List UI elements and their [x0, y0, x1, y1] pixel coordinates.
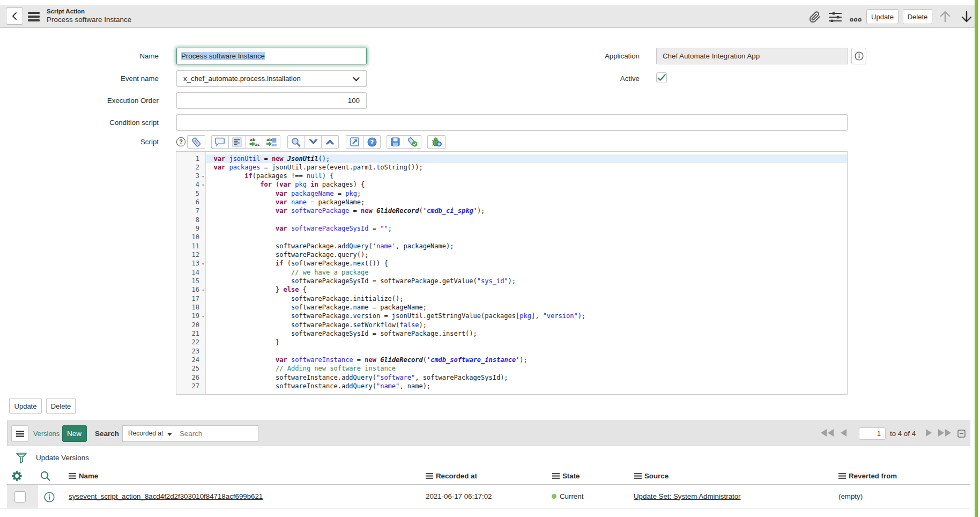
syntax-editor-toggle-button[interactable]	[187, 135, 205, 149]
row-cell-name: sysevent_script_action_8acd4f2d2f303010f…	[69, 485, 263, 508]
source-update-set-link[interactable]: Update Set: System Administrator	[634, 492, 741, 500]
column-header-source[interactable]: Source	[634, 471, 669, 481]
column-header-state[interactable]: State	[552, 471, 580, 481]
list-context-menu-button[interactable]	[11, 425, 28, 442]
help-circle-icon: ?	[367, 137, 377, 147]
row-checkbox[interactable]	[14, 491, 26, 503]
column-menu-icon	[634, 473, 642, 479]
code-line: // we have a package	[206, 268, 847, 277]
first-page-button[interactable]	[821, 429, 834, 439]
code-line: } else {	[206, 285, 847, 294]
code-line: var packageName = pkg;	[206, 189, 847, 198]
code-fold-arrow-icon[interactable]: ▾	[202, 312, 204, 321]
list-search-input[interactable]: Search	[174, 425, 258, 442]
search-field-select[interactable]: Recorded at	[122, 425, 174, 442]
application-input: Chef Automate Integration App	[656, 48, 848, 64]
column-header-recorded-at[interactable]: Recorded at	[426, 471, 477, 481]
code-line: if (softwarePackage.next()) {	[206, 259, 847, 268]
syntax-check-button[interactable]	[404, 135, 421, 149]
replace-icon: ab ac	[249, 137, 259, 147]
active-checkbox[interactable]	[656, 72, 667, 83]
form-context-menu-button[interactable]	[28, 11, 40, 24]
code-fold-arrow-icon[interactable]: ▾	[202, 172, 204, 181]
editor-code-area[interactable]: var jsonUtil = new JsonUtil();var packag…	[206, 152, 847, 394]
syntax-editor-icon	[191, 137, 201, 147]
column-header-label: Name	[79, 472, 98, 480]
code-line: softwarePackage.query();	[206, 250, 847, 259]
footer-delete-button[interactable]: Delete	[46, 398, 76, 414]
execution-order-input[interactable]: 100	[176, 92, 367, 109]
sliders-icon	[829, 12, 842, 22]
previous-page-button[interactable]	[840, 429, 847, 439]
find-button[interactable]	[287, 135, 305, 149]
delete-button[interactable]: Delete	[903, 9, 932, 24]
bug-debugger-icon	[432, 137, 442, 147]
minimize-icon	[957, 430, 966, 438]
column-header-label: State	[562, 472, 580, 480]
chevron-down-bold-icon	[309, 139, 318, 145]
list-breadcrumb[interactable]: Update Versions	[36, 453, 89, 463]
first-page-icon	[821, 429, 834, 437]
editor-help-button[interactable]: ?	[363, 135, 381, 149]
execution-order-label: Execution Order	[32, 92, 159, 109]
column-header-reverted-from[interactable]: Reverted from	[838, 471, 897, 481]
svg-text:ab: ab	[250, 137, 256, 142]
list-personalize-button[interactable]	[12, 471, 22, 483]
code-line: var softwarePackageSysId = "";	[206, 224, 847, 233]
format-code-button[interactable]	[228, 135, 246, 149]
code-line: var jsonUtil = new JsonUtil();	[206, 154, 847, 163]
personalize-form-button[interactable]	[829, 12, 842, 24]
script-code-editor[interactable]: 123▾4▾5678910111213▾141516▾171819▾202122…	[176, 151, 848, 395]
arrow-down-icon	[961, 10, 972, 23]
info-icon	[44, 492, 55, 503]
row-preview-button[interactable]	[44, 492, 55, 505]
footer-update-button[interactable]: Update	[9, 398, 42, 414]
line-number: 4▾	[176, 180, 205, 189]
code-line: var softwareInstance = new GlideRecord('…	[206, 356, 847, 364]
syntax-check-icon	[407, 137, 418, 147]
list-search-label: Search	[95, 425, 119, 442]
new-version-button[interactable]: New	[62, 425, 87, 442]
event-name-select[interactable]: x_chef_automate.process.installation	[176, 70, 367, 87]
line-number: 22	[176, 338, 205, 346]
list-search-button[interactable]	[40, 471, 50, 483]
find-next-button[interactable]	[305, 135, 322, 149]
update-button[interactable]: Update	[866, 9, 899, 24]
previous-record-button[interactable]	[939, 10, 951, 25]
row-cell-source: Update Set: System Administrator	[634, 485, 741, 508]
line-number: 12	[176, 250, 205, 259]
list-filter-button[interactable]	[16, 453, 27, 467]
comment-bubble-icon	[215, 137, 225, 146]
script-debugger-button[interactable]	[427, 135, 446, 149]
next-record-button[interactable]	[961, 10, 972, 25]
hamburger-icon	[16, 431, 24, 437]
toggle-comment-button[interactable]	[211, 135, 229, 149]
next-page-button[interactable]	[926, 429, 932, 439]
application-info-button[interactable]	[851, 48, 866, 64]
line-number: 6	[176, 198, 205, 206]
toolbar-group-find	[287, 135, 339, 149]
code-fold-arrow-icon[interactable]: ▾	[202, 260, 204, 268]
name-input[interactable]: Process software Instance	[176, 48, 367, 64]
save-script-button[interactable]	[387, 135, 404, 149]
state-text: Current	[560, 492, 583, 500]
code-fold-arrow-icon[interactable]: ▾	[202, 286, 204, 294]
version-record-link[interactable]: sysevent_script_action_8acd4f2d2f303010f…	[69, 492, 263, 500]
replace-button[interactable]: ab ac	[246, 135, 263, 149]
column-header-name[interactable]: Name	[69, 471, 98, 481]
code-fold-arrow-icon[interactable]: ▾	[202, 181, 204, 189]
code-line: softwarePackageSysId = softwarePackage.g…	[206, 277, 847, 285]
open-in-new-window-button[interactable]	[346, 135, 363, 149]
condition-script-input[interactable]	[176, 114, 848, 131]
script-help-button[interactable]: ?	[176, 137, 185, 146]
back-button[interactable]	[6, 8, 23, 25]
name-input-selected-text: Process software Instance	[181, 52, 265, 60]
more-options-button[interactable]	[850, 14, 862, 24]
last-page-button[interactable]	[938, 429, 951, 439]
minimize-list-button[interactable]	[957, 430, 966, 440]
page-number-input[interactable]: 1	[859, 427, 886, 440]
replace-all-button[interactable]: ab ac	[263, 135, 280, 149]
row-cell-reverted-from: (empty)	[838, 485, 863, 508]
attachment-button[interactable]	[808, 11, 821, 25]
find-previous-button[interactable]	[321, 135, 339, 149]
